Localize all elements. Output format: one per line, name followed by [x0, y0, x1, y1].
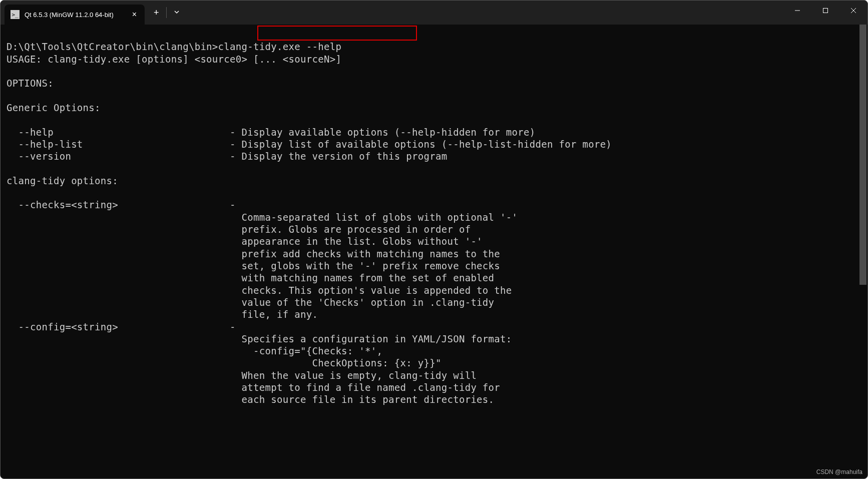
config-desc: each source file in its parent directori… [7, 394, 494, 405]
config-desc: CheckOptions: {x: y}}" [7, 357, 442, 368]
option-version: --version - Display the version of this … [7, 151, 447, 162]
checks-desc: prefix. Globs are processed in order of [7, 224, 471, 235]
option-help-list: --help-list - Display list of available … [7, 139, 612, 150]
option-help: --help - Display available options (--he… [7, 127, 536, 138]
terminal-window: >_ Qt 6.5.3 (MinGW 11.2.0 64-bit) × + D:… [0, 0, 868, 479]
tab-title: Qt 6.5.3 (MinGW 11.2.0 64-bit) [25, 11, 125, 19]
watermark: CSDN @mahuifa [816, 468, 862, 475]
checks-desc: appearance in the list. Globs without '-… [7, 236, 483, 247]
close-icon[interactable]: × [130, 10, 139, 19]
checks-desc: prefix add checks with matching names to… [7, 248, 500, 259]
prompt-path: D:\Qt\Tools\QtCreator\bin\clang\bin> [7, 41, 218, 52]
command-text: clang-tidy.exe --help [218, 41, 342, 52]
checks-desc: value of the 'Checks' option in .clang-t… [7, 297, 494, 308]
usage-line: USAGE: clang-tidy.exe [options] <source0… [7, 54, 341, 65]
checks-desc: file, if any. [7, 309, 318, 320]
generic-options-header: Generic Options: [7, 102, 101, 113]
option-config: --config=<string> - [7, 321, 236, 332]
scrollbar[interactable] [859, 25, 866, 477]
highlight-box [257, 26, 417, 41]
checks-desc: with matching names from the set of enab… [7, 272, 494, 283]
checks-desc: set, globs with the '-' prefix remove ch… [7, 260, 500, 271]
checks-desc: checks. This option's value is appended … [7, 285, 512, 296]
close-button[interactable] [839, 1, 867, 21]
svg-rect-1 [823, 9, 828, 13]
scrollbar-thumb[interactable] [859, 25, 866, 285]
terminal-output[interactable]: D:\Qt\Tools\QtCreator\bin\clang\bin>clan… [1, 25, 867, 478]
maximize-button[interactable] [811, 1, 839, 21]
minimize-button[interactable] [783, 1, 811, 21]
options-header: OPTIONS: [7, 78, 54, 89]
config-desc: -config="{Checks: '*', [7, 345, 382, 356]
clang-tidy-options-header: clang-tidy options: [7, 175, 118, 186]
tab-active[interactable]: >_ Qt 6.5.3 (MinGW 11.2.0 64-bit) × [5, 5, 145, 25]
checks-desc: Comma-separated list of globs with optio… [7, 212, 518, 223]
config-desc: attempt to find a file named .clang-tidy… [7, 382, 500, 393]
window-controls [783, 1, 867, 25]
new-tab-button[interactable]: + [147, 8, 166, 18]
titlebar: >_ Qt 6.5.3 (MinGW 11.2.0 64-bit) × + [1, 1, 867, 25]
config-desc: Specifies a configuration in YAML/JSON f… [7, 333, 512, 344]
chevron-down-icon[interactable] [167, 9, 187, 16]
config-desc: When the value is empty, clang-tidy will [7, 370, 477, 381]
option-checks: --checks=<string> - [7, 199, 236, 210]
terminal-icon: >_ [11, 10, 20, 19]
